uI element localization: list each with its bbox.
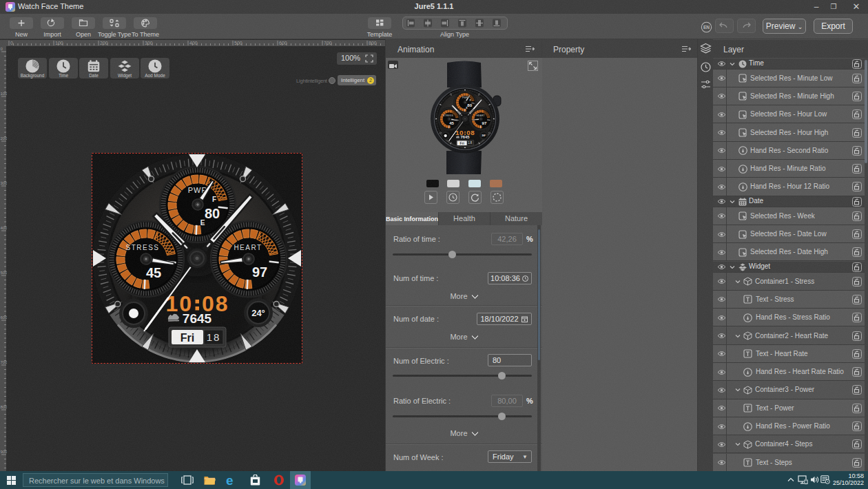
- svg-text:0: 0: [10, 41, 13, 45]
- svg-text:0: 0: [1, 47, 3, 51]
- svg-text:300: 300: [145, 41, 153, 45]
- svg-text:400: 400: [1, 226, 8, 230]
- svg-text:100: 100: [1, 92, 8, 96]
- svg-text:300: 300: [1, 181, 8, 185]
- svg-text:400: 400: [189, 41, 198, 45]
- svg-text:700: 700: [1, 360, 8, 364]
- svg-text:EN: EN: [703, 25, 710, 30]
- svg-text:700: 700: [324, 41, 332, 45]
- svg-text:200: 200: [100, 41, 108, 45]
- svg-text:100: 100: [55, 41, 63, 45]
- svg-text:800: 800: [1, 405, 8, 409]
- svg-text:900: 900: [1, 450, 8, 454]
- svg-text:600: 600: [1, 315, 8, 320]
- svg-text:500: 500: [1, 271, 8, 275]
- svg-text:800: 800: [369, 41, 377, 45]
- svg-text:200: 200: [1, 136, 8, 141]
- svg-text:600: 600: [279, 41, 287, 45]
- svg-text:500: 500: [234, 41, 242, 45]
